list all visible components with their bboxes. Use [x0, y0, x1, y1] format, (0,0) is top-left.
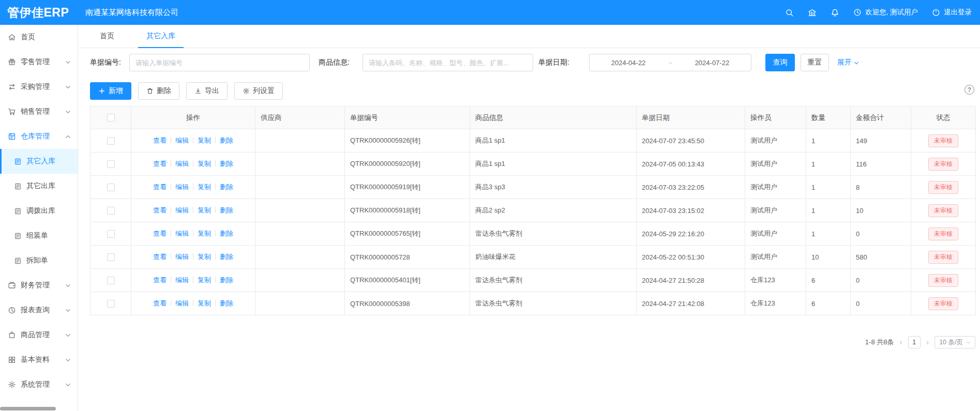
delete-link[interactable]: 删除 [220, 276, 233, 284]
row-checkbox[interactable] [107, 230, 115, 238]
copy-link[interactable]: 复制 [198, 276, 211, 284]
delete-link[interactable]: 删除 [220, 183, 233, 191]
sidebar-item-warehouse[interactable]: 仓库管理 [0, 124, 78, 149]
bank-icon[interactable] [808, 8, 817, 17]
sidebar-item-retail[interactable]: 零售管理 [0, 50, 78, 74]
sidebar-item-assembly[interactable]: 组装单 [0, 223, 78, 248]
edit-link[interactable]: 编辑 [175, 183, 189, 191]
next-page-button[interactable]: › [926, 338, 929, 346]
view-link[interactable]: 查看 [153, 299, 167, 307]
sidebar-item-other-inbound[interactable]: 其它入库 [0, 149, 78, 174]
cart-icon [8, 108, 16, 116]
column-settings-button[interactable]: 列设置 [234, 82, 283, 100]
doc-icon [14, 232, 22, 240]
sidebar-item-home[interactable]: 首页 [0, 25, 78, 50]
search-icon[interactable] [785, 8, 794, 17]
table-header-row: 操作 供应商 单据编号 商品信息 单据日期 操作员 数量 金额合计 状态 [91, 106, 976, 129]
reset-button[interactable]: 重置 [801, 54, 829, 71]
prev-page-button[interactable]: ‹ [899, 338, 902, 346]
page-number[interactable]: 1 [908, 336, 921, 348]
search-button[interactable]: 查询 [765, 54, 795, 71]
copy-link[interactable]: 复制 [198, 183, 211, 191]
sidebar-item-reports[interactable]: 报表查询 [0, 298, 78, 323]
app-logo[interactable]: 管伊佳ERP [0, 5, 79, 21]
view-link[interactable]: 查看 [153, 206, 167, 214]
sidebar-item-other-outbound[interactable]: 其它出库 [0, 174, 78, 199]
view-link[interactable]: 查看 [153, 183, 167, 191]
tab-other-inbound[interactable]: 其它入库 [138, 25, 184, 48]
table-row: 查看编辑复制删除 QTRK00000005728 奶油味爆米花 2024-05-… [91, 246, 976, 269]
copy-link[interactable]: 复制 [198, 230, 211, 237]
edit-link[interactable]: 编辑 [175, 136, 189, 144]
select-all-checkbox[interactable] [107, 114, 115, 121]
delete-link[interactable]: 删除 [220, 206, 233, 214]
status-badge: 未审核 [928, 251, 958, 264]
bill-no-input[interactable] [129, 54, 310, 71]
add-button[interactable]: 新增 [90, 82, 131, 100]
logout-button[interactable]: 退出登录 [932, 8, 972, 17]
copy-link[interactable]: 复制 [198, 299, 211, 307]
delete-link[interactable]: 删除 [220, 160, 233, 168]
delete-link[interactable]: 删除 [220, 299, 233, 307]
row-checkbox[interactable] [107, 300, 115, 308]
sidebar-item-transfer-outbound[interactable]: 调拨出库 [0, 199, 78, 223]
copy-link[interactable]: 复制 [198, 136, 211, 144]
horizontal-scrollbar-thumb[interactable] [0, 407, 56, 410]
welcome-user[interactable]: 欢迎您, 测试用户 [853, 8, 918, 17]
edit-link[interactable]: 编辑 [175, 230, 189, 237]
row-checkbox[interactable] [107, 253, 115, 261]
sidebar-item-finance[interactable]: 财务管理 [0, 273, 78, 298]
content-area: 单据编号: 商品信息: 单据日期: 2024-04-22 ~ 2024-07-2… [79, 48, 980, 348]
view-link[interactable]: 查看 [153, 253, 167, 261]
expand-link[interactable]: 展开 [837, 58, 859, 67]
tab-home[interactable]: 首页 [92, 25, 123, 48]
row-checkbox[interactable] [107, 160, 115, 168]
copy-link[interactable]: 复制 [198, 160, 211, 168]
sidebar-item-sales[interactable]: 销售管理 [0, 99, 78, 124]
product-info-input[interactable] [363, 54, 533, 71]
sidebar-item-label: 系统管理 [21, 380, 50, 389]
sidebar-item-label: 基本资料 [21, 355, 50, 364]
edit-link[interactable]: 编辑 [175, 160, 189, 168]
edit-link[interactable]: 编辑 [175, 276, 189, 284]
view-link[interactable]: 查看 [153, 136, 167, 144]
edit-link[interactable]: 编辑 [175, 206, 189, 214]
cell-product: 雷达杀虫气雾剂 [470, 222, 637, 246]
export-button[interactable]: 导出 [186, 82, 228, 100]
edit-link[interactable]: 编辑 [175, 299, 189, 307]
copy-link[interactable]: 复制 [198, 253, 211, 261]
sidebar-item-label: 零售管理 [21, 57, 50, 67]
table-row: 查看编辑复制删除 QTRK00000005398 雷达杀虫气雾剂 2024-04… [91, 292, 976, 315]
sidebar-item-goods[interactable]: 商品管理 [0, 323, 78, 347]
cell-bill-no: QTRK00000005728 [345, 246, 470, 269]
bell-icon[interactable] [831, 8, 839, 17]
cell-bill-no: QTRK00000005918[转] [345, 199, 470, 222]
status-badge: 未审核 [928, 204, 958, 217]
sidebar-item-basic-data[interactable]: 基本资料 [0, 347, 78, 372]
cell-supplier [255, 176, 345, 199]
edit-link[interactable]: 编辑 [175, 253, 189, 261]
sidebar-item-disassembly[interactable]: 拆卸单 [0, 248, 78, 273]
sidebar-item-system[interactable]: 系统管理 [0, 372, 78, 397]
row-checkbox[interactable] [107, 137, 115, 145]
delete-link[interactable]: 删除 [220, 253, 233, 261]
cell-product: 商品1 sp1 [470, 153, 637, 176]
delete-button[interactable]: 删除 [138, 82, 179, 100]
delete-link[interactable]: 删除 [220, 230, 233, 237]
tab-label: 首页 [100, 32, 114, 41]
cell-operator: 测试用户 [745, 199, 806, 222]
row-checkbox[interactable] [107, 184, 115, 191]
row-checkbox[interactable] [107, 207, 115, 215]
view-link[interactable]: 查看 [153, 230, 167, 237]
delete-link[interactable]: 删除 [220, 136, 233, 144]
copy-link[interactable]: 复制 [198, 206, 211, 214]
sidebar-item-purchase[interactable]: 采购管理 [0, 74, 78, 99]
page-size-select[interactable]: 10 条/页 [934, 336, 975, 348]
toolbar: 新增 删除 导出 列设置 ? [90, 82, 975, 100]
date-range-picker[interactable]: 2024-04-22 ~ 2024-07-22 [589, 54, 751, 71]
row-checkbox[interactable] [107, 277, 115, 284]
view-link[interactable]: 查看 [153, 160, 167, 168]
table-row: 查看编辑复制删除 QTRK00000005926[转] 商品1 sp1 2024… [91, 129, 976, 153]
help-icon[interactable]: ? [964, 85, 974, 95]
view-link[interactable]: 查看 [153, 276, 167, 284]
